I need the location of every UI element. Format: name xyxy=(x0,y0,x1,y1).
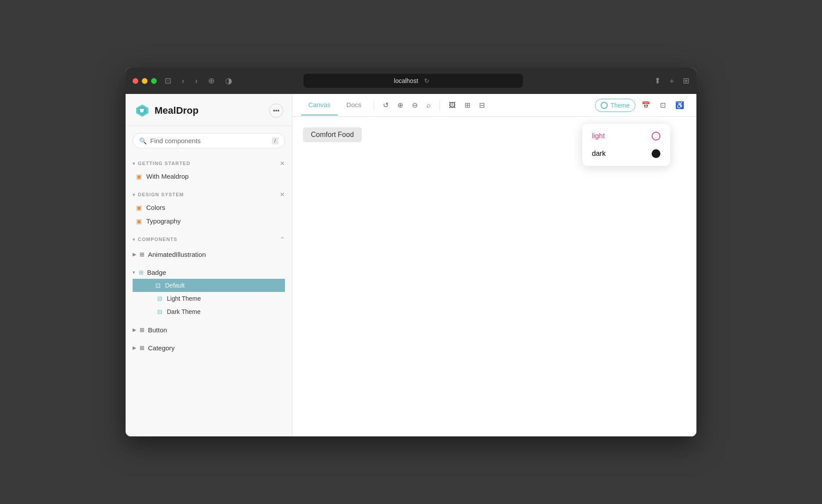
bookmark-icon-light: ⊟ xyxy=(157,295,162,302)
chevron-down-icon-2: ▾ xyxy=(133,192,135,197)
tab-divider-2 xyxy=(440,101,440,110)
theme-dark-radio xyxy=(652,149,660,158)
category-grid-icon: ⊞ xyxy=(140,345,144,351)
menu-button[interactable]: ••• xyxy=(269,104,283,118)
slash-shortcut: / xyxy=(272,137,278,144)
close-components-button[interactable]: ⌃ xyxy=(280,236,285,243)
logo-text: MealDrop xyxy=(155,105,198,116)
tab-divider xyxy=(374,101,374,110)
grid-icon: ⊞ xyxy=(140,251,144,258)
sidebar-item-badge-default[interactable]: ⊡ Default xyxy=(133,279,285,292)
sidebar-content: ▾ GETTING STARTED ✕ ▣ With Mealdrop ▾ xyxy=(126,152,292,436)
right-panel: Canvas Docs ↺ ⊕ ⊖ ⌕ 🖼 ⊞ ⊟ Theme 📅 ⊡ xyxy=(292,94,696,436)
calendar-button[interactable]: 📅 xyxy=(638,98,654,112)
grid-button[interactable]: ⊞ xyxy=(461,98,474,112)
search-canvas-button[interactable]: ⌕ xyxy=(423,99,434,112)
tab-canvas[interactable]: Canvas xyxy=(301,95,338,115)
theme-light-radio xyxy=(652,132,660,140)
bookmark-icon-dark: ⊟ xyxy=(157,308,162,315)
typography-label: Typography xyxy=(146,217,180,225)
traffic-lights xyxy=(133,78,157,84)
browser-actions: ⬆ ＋ ⊞ xyxy=(654,76,689,86)
bookmark-filled-icon: ⊡ xyxy=(155,282,161,289)
tab-docs[interactable]: Docs xyxy=(339,95,368,115)
accessibility-button[interactable]: ♿ xyxy=(672,98,688,112)
close-getting-started-button[interactable]: ✕ xyxy=(280,160,285,167)
chevron-down-icon: ▾ xyxy=(133,161,135,166)
new-tab-button[interactable]: ＋ xyxy=(668,76,676,86)
component-group-button: ▶ ⊞ Button xyxy=(126,321,292,339)
category-label: Category xyxy=(148,344,175,352)
theme-dark-label: dark xyxy=(592,150,606,158)
refresh-button[interactable]: ↻ xyxy=(422,76,432,85)
theme-light-label: light xyxy=(592,132,605,140)
expand-icon-button: ▶ xyxy=(133,327,136,333)
zoom-in-button[interactable]: ⊕ xyxy=(394,98,407,112)
lock-icon[interactable]: ⊕ xyxy=(206,75,217,86)
maximize-button[interactable] xyxy=(151,78,157,84)
minimize-button[interactable] xyxy=(142,78,148,84)
with-mealdrop-label: With Mealdrop xyxy=(146,173,189,180)
sidebar-item-badge-light-theme[interactable]: ⊟ Light Theme xyxy=(133,292,285,305)
refresh-canvas-button[interactable]: ↺ xyxy=(379,98,392,112)
search-placeholder-text: Find components xyxy=(150,137,268,144)
doc-icon: ▣ xyxy=(136,173,142,180)
badge-dark-theme-label: Dark Theme xyxy=(167,308,201,315)
section-title-getting-started: ▾ GETTING STARTED xyxy=(133,161,191,166)
sidebar-header: MealDrop ••• xyxy=(126,94,292,126)
forward-button[interactable]: › xyxy=(192,76,200,86)
sidebar-item-badge-dark-theme[interactable]: ⊟ Dark Theme xyxy=(133,305,285,318)
grid-view-button[interactable]: ⊞ xyxy=(683,76,689,86)
expand-down-icon: ▾ xyxy=(133,270,135,275)
button-header[interactable]: ▶ ⊞ Button xyxy=(133,324,285,336)
theme-option-dark[interactable]: dark xyxy=(586,145,667,162)
animated-illustration-header[interactable]: ▶ ⊞ AnimatedIllustration xyxy=(133,248,285,261)
toolbar-right: Theme 📅 ⊡ ♿ xyxy=(595,98,688,112)
component-group-badge: ▾ ⊞ Badge ⊡ Default ⊟ Light Theme xyxy=(126,263,292,321)
url-text: localhost xyxy=(394,77,418,84)
expand-icon-category: ▶ xyxy=(133,345,136,351)
badge-light-theme-label: Light Theme xyxy=(167,295,201,302)
category-header[interactable]: ▶ ⊞ Category xyxy=(133,342,285,354)
search-icon: 🔍 xyxy=(139,137,147,144)
badge-default-label: Default xyxy=(165,282,184,289)
close-design-system-button[interactable]: ✕ xyxy=(280,191,285,198)
main-content: MealDrop ••• 🔍 Find components / ▾ GE xyxy=(126,94,696,436)
logo-area: MealDrop xyxy=(134,103,198,119)
component-group-animated: ▶ ⊞ AnimatedIllustration xyxy=(126,245,292,263)
section-design-system: ▾ DESIGN SYSTEM ✕ ▣ Colors ▣ Typography xyxy=(126,187,292,228)
sidebar-item-with-mealdrop[interactable]: ▣ With Mealdrop xyxy=(126,169,292,183)
theme-circle-icon xyxy=(601,102,608,109)
share-button[interactable]: ⬆ xyxy=(654,76,661,86)
browser-chrome: ⊡ ‹ › ⊕ ◑ localhost ↻ ⬆ ＋ ⊞ xyxy=(126,68,696,94)
search-bar[interactable]: 🔍 Find components / xyxy=(133,133,285,148)
section-title-components: ▾ COMPONENTS xyxy=(133,237,177,242)
badge-header[interactable]: ▾ ⊞ Badge xyxy=(133,266,285,279)
section-getting-started: ▾ GETTING STARTED ✕ ▣ With Mealdrop xyxy=(126,155,292,183)
theme-button[interactable]: Theme xyxy=(595,99,635,112)
theme-option-light[interactable]: light xyxy=(586,127,667,145)
shield-icon[interactable]: ◑ xyxy=(223,75,235,86)
sidebar-item-colors[interactable]: ▣ Colors xyxy=(126,201,292,214)
back-button[interactable]: ‹ xyxy=(179,76,187,86)
colors-label: Colors xyxy=(146,204,165,211)
section-title-design-system: ▾ DESIGN SYSTEM xyxy=(133,192,184,197)
expand-icon: ▶ xyxy=(133,252,136,257)
theme-button-label: Theme xyxy=(610,102,630,109)
close-button[interactable] xyxy=(133,78,138,84)
colors-doc-icon: ▣ xyxy=(136,204,142,211)
comfort-food-badge: Comfort Food xyxy=(303,127,362,142)
zoom-out-button[interactable]: ⊖ xyxy=(408,98,421,112)
address-bar[interactable]: localhost ↻ xyxy=(303,74,523,88)
animated-illustration-label: AnimatedIllustration xyxy=(148,251,206,258)
section-header-components: ▾ COMPONENTS ⌃ xyxy=(126,231,292,245)
badge-grid-icon: ⊞ xyxy=(139,269,144,276)
component-group-category: ▶ ⊞ Category xyxy=(126,339,292,357)
crop-button[interactable]: ⊡ xyxy=(656,98,669,112)
sidebar-item-typography[interactable]: ▣ Typography xyxy=(126,214,292,228)
section-header-getting-started: ▾ GETTING STARTED ✕ xyxy=(126,155,292,169)
layout-button[interactable]: ⊟ xyxy=(476,98,488,112)
sidebar-toggle-button[interactable]: ⊡ xyxy=(162,75,174,86)
button-grid-icon: ⊞ xyxy=(140,327,144,333)
image-button[interactable]: 🖼 xyxy=(445,99,459,112)
